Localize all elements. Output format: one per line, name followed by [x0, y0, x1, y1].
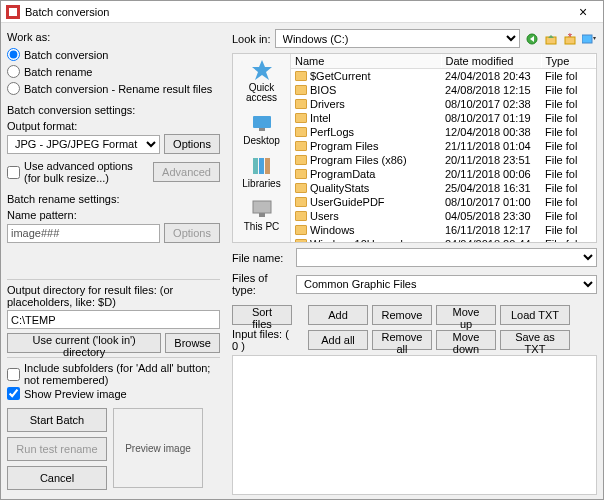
svg-rect-6 — [582, 35, 592, 43]
folder-icon — [295, 85, 307, 95]
batch-rename-settings-label: Batch rename settings: — [7, 193, 220, 205]
svg-rect-9 — [253, 158, 258, 174]
move-down-button[interactable]: Move down — [436, 330, 496, 350]
remove-button[interactable]: Remove — [372, 305, 432, 325]
include-subfolders-checkbox[interactable]: Include subfolders (for 'Add all' button… — [7, 362, 220, 386]
place-desktop[interactable]: Desktop — [243, 111, 280, 146]
folder-icon — [295, 239, 307, 242]
look-in-select[interactable]: Windows (C:) — [275, 29, 520, 48]
sort-files-button[interactable]: Sort files — [232, 305, 292, 325]
folder-icon — [295, 71, 307, 81]
window-title: Batch conversion — [25, 6, 568, 18]
show-preview-checkbox[interactable]: Show Preview image — [7, 387, 220, 400]
place-quick-access[interactable]: Quick access — [233, 58, 290, 103]
table-row[interactable]: $GetCurrent24/04/2018 20:43File fol — [291, 69, 596, 84]
folder-icon — [295, 197, 307, 207]
table-row[interactable]: Intel08/10/2017 01:19File fol — [291, 111, 596, 125]
table-row[interactable]: Windows10Upgrade24/04/2018 20:44File fol — [291, 237, 596, 242]
file-name-label: File name: — [232, 252, 292, 264]
table-row[interactable]: QualityStats25/04/2018 16:31File fol — [291, 181, 596, 195]
input-files-list[interactable] — [232, 355, 597, 495]
svg-rect-11 — [265, 158, 270, 174]
table-row[interactable]: Users04/05/2018 23:30File fol — [291, 209, 596, 223]
add-all-button[interactable]: Add all — [308, 330, 368, 350]
place-network[interactable]: Network — [243, 240, 280, 242]
view-menu-icon[interactable] — [581, 31, 597, 47]
table-row[interactable]: Drivers08/10/2017 02:38File fol — [291, 97, 596, 111]
table-row[interactable]: ProgramData20/11/2018 00:06File fol — [291, 167, 596, 181]
place-this-pc[interactable]: This PC — [244, 197, 280, 232]
advanced-options-checkbox[interactable]: Use advanced options (for bulk resize...… — [7, 160, 149, 184]
remove-all-button[interactable]: Remove all — [372, 330, 432, 350]
col-name[interactable]: Name — [291, 54, 441, 69]
folder-icon — [295, 225, 307, 235]
look-in-label: Look in: — [232, 33, 271, 45]
table-row[interactable]: Program Files21/11/2018 01:04File fol — [291, 139, 596, 153]
svg-rect-7 — [253, 116, 271, 128]
name-pattern-input — [7, 224, 160, 243]
name-pattern-label: Name pattern: — [7, 209, 220, 221]
folder-icon — [295, 113, 307, 123]
folder-icon — [295, 99, 307, 109]
output-dir-input[interactable] — [7, 310, 220, 329]
advanced-button: Advanced — [153, 162, 220, 182]
svg-rect-3 — [546, 37, 556, 44]
radio-batch-conv-rename[interactable]: Batch conversion - Rename result files — [7, 82, 220, 95]
table-row[interactable]: PerfLogs12/04/2018 00:38File fol — [291, 125, 596, 139]
run-test-rename-button: Run test rename — [7, 437, 107, 461]
new-folder-icon[interactable]: * — [562, 31, 578, 47]
cancel-button[interactable]: Cancel — [7, 466, 107, 490]
svg-rect-12 — [253, 201, 271, 213]
browse-button[interactable]: Browse — [165, 333, 220, 353]
batch-conv-settings-label: Batch conversion settings: — [7, 104, 220, 116]
close-icon[interactable]: × — [568, 4, 598, 20]
col-date[interactable]: Date modified — [441, 54, 541, 69]
svg-rect-13 — [259, 213, 265, 217]
app-icon — [6, 5, 20, 19]
move-up-button[interactable]: Move up — [436, 305, 496, 325]
folder-icon — [295, 169, 307, 179]
work-as-label: Work as: — [7, 31, 220, 43]
table-row[interactable]: UserGuidePDF08/10/2017 01:00File fol — [291, 195, 596, 209]
name-pattern-options-button: Options — [164, 223, 220, 243]
start-batch-button[interactable]: Start Batch — [7, 408, 107, 432]
folder-icon — [295, 211, 307, 221]
radio-batch-rename[interactable]: Batch rename — [7, 65, 220, 78]
table-row[interactable]: BIOS24/08/2018 12:15File fol — [291, 83, 596, 97]
folder-icon — [295, 141, 307, 151]
options-button[interactable]: Options — [164, 134, 220, 154]
output-format-label: Output format: — [7, 120, 220, 132]
place-libraries[interactable]: Libraries — [242, 154, 280, 189]
svg-text:*: * — [568, 33, 573, 43]
add-button[interactable]: Add — [308, 305, 368, 325]
table-row[interactable]: Program Files (x86)20/11/2018 23:51File … — [291, 153, 596, 167]
file-list[interactable]: Name Date modified Type $GetCurrent24/04… — [291, 54, 596, 242]
save-txt-button[interactable]: Save as TXT — [500, 330, 570, 350]
use-current-dir-button[interactable]: Use current ('look in') directory — [7, 333, 161, 353]
back-icon[interactable] — [524, 31, 540, 47]
up-folder-icon[interactable] — [543, 31, 559, 47]
input-files-label: Input files: ( 0 ) — [232, 328, 292, 352]
svg-rect-10 — [259, 158, 264, 174]
file-type-label: Files of type: — [232, 272, 292, 296]
output-dir-label: Output directory for result files: (or p… — [7, 284, 220, 308]
svg-rect-1 — [9, 8, 17, 16]
output-format-select[interactable]: JPG - JPG/JPEG Format — [7, 135, 160, 154]
file-name-select[interactable] — [296, 248, 597, 267]
file-type-select[interactable]: Common Graphic Files — [296, 275, 597, 294]
folder-icon — [295, 183, 307, 193]
svg-rect-8 — [259, 128, 265, 131]
radio-batch-conversion[interactable]: Batch conversion — [7, 48, 220, 61]
load-txt-button[interactable]: Load TXT — [500, 305, 570, 325]
folder-icon — [295, 155, 307, 165]
col-type[interactable]: Type — [541, 54, 596, 69]
folder-icon — [295, 127, 307, 137]
preview-image-box: Preview image — [113, 408, 203, 488]
table-row[interactable]: Windows16/11/2018 12:17File fol — [291, 223, 596, 237]
